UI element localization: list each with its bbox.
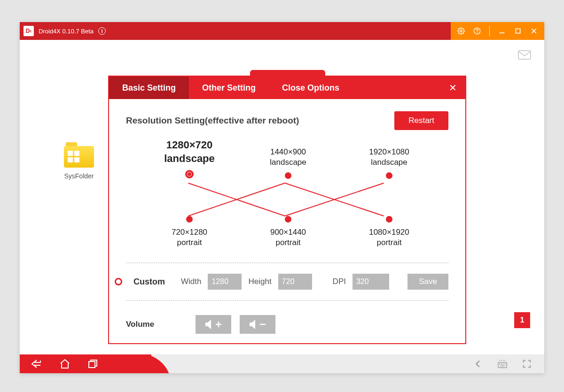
folder-icon bbox=[64, 142, 94, 168]
svg-rect-15 bbox=[89, 361, 95, 368]
resolution-node-icon bbox=[186, 216, 193, 223]
svg-point-18 bbox=[501, 364, 502, 364]
back-icon[interactable] bbox=[31, 358, 42, 369]
notification-badge[interactable]: 1 bbox=[514, 312, 530, 328]
mail-icon[interactable] bbox=[518, 50, 531, 60]
resolution-option-1080x1920[interactable]: 1080×1920portrait bbox=[359, 211, 420, 248]
dpi-label: DPI bbox=[333, 277, 346, 286]
svg-rect-7 bbox=[518, 51, 531, 59]
fullscreen-icon[interactable] bbox=[522, 359, 532, 369]
settings-gear-icon[interactable] bbox=[457, 27, 465, 35]
resolution-option-1280x720[interactable]: 1280×720landscape bbox=[159, 138, 220, 183]
info-icon[interactable]: i bbox=[98, 27, 106, 35]
help-icon[interactable] bbox=[473, 27, 481, 35]
dialog-header: Basic Setting Other Setting Close Option… bbox=[109, 77, 465, 99]
width-input[interactable] bbox=[208, 274, 242, 290]
svg-point-19 bbox=[503, 364, 503, 364]
resolution-option-900x1440[interactable]: 900×1440portrait bbox=[258, 211, 319, 248]
width-label: Width bbox=[181, 277, 201, 286]
resolution-node-icon bbox=[386, 216, 392, 223]
custom-resolution-row: Custom Width Height DPI Save bbox=[126, 271, 448, 292]
app-title: Droid4X 0.10.7 Beta bbox=[39, 28, 94, 35]
close-window-icon[interactable] bbox=[530, 27, 538, 35]
tab-basic-setting[interactable]: Basic Setting bbox=[109, 77, 189, 99]
custom-label: Custom bbox=[133, 277, 165, 287]
home-icon[interactable] bbox=[59, 358, 70, 369]
resolution-section-title: Resolution Setting(effective after reboo… bbox=[126, 115, 299, 126]
titlebar: D‹ Droid4X 0.10.7 Beta i bbox=[20, 22, 544, 40]
separator bbox=[126, 262, 448, 263]
volume-label: Volume bbox=[126, 320, 187, 329]
resolution-picker: 1280×720landscape 1440×900landscape 1920… bbox=[135, 138, 439, 255]
dpi-input[interactable] bbox=[352, 274, 389, 290]
dialog-close-icon[interactable]: ✕ bbox=[440, 77, 465, 99]
bottombar bbox=[20, 354, 544, 373]
chevron-left-icon[interactable] bbox=[473, 359, 483, 369]
resolution-node-icon bbox=[386, 172, 392, 179]
volume-row: Volume bbox=[126, 308, 448, 334]
svg-rect-4 bbox=[516, 29, 520, 33]
keyboard-icon[interactable] bbox=[497, 359, 508, 369]
volume-down-button[interactable] bbox=[240, 315, 275, 334]
minimize-icon[interactable] bbox=[498, 27, 506, 35]
resolution-option-1440x900[interactable]: 1440×900landscape bbox=[258, 147, 319, 184]
svg-point-0 bbox=[460, 30, 462, 32]
svg-rect-16 bbox=[498, 362, 507, 368]
desktop-folder[interactable]: SysFolder bbox=[64, 142, 94, 180]
svg-point-2 bbox=[477, 32, 478, 33]
content-area: SysFolder 1 Basic Setting Other Setting … bbox=[20, 40, 544, 354]
bottombar-nav bbox=[20, 354, 151, 373]
svg-point-17 bbox=[500, 364, 500, 364]
resolution-node-icon bbox=[285, 216, 291, 223]
titlebar-divider bbox=[489, 26, 490, 36]
folder-label: SysFolder bbox=[64, 172, 94, 180]
bottombar-right bbox=[473, 359, 544, 369]
titlebar-right-controls bbox=[451, 22, 544, 40]
restart-button[interactable]: Restart bbox=[394, 111, 448, 130]
svg-point-20 bbox=[505, 364, 505, 364]
maximize-icon[interactable] bbox=[514, 27, 522, 35]
volume-up-button[interactable] bbox=[196, 315, 231, 334]
app-logo-icon: D‹ bbox=[24, 26, 34, 36]
dialog-tab-handle bbox=[250, 70, 325, 77]
height-input[interactable] bbox=[278, 274, 312, 290]
separator bbox=[126, 300, 448, 301]
resolution-option-720x1280[interactable]: 720×1280portrait bbox=[159, 211, 220, 248]
tab-close-options[interactable]: Close Options bbox=[269, 77, 352, 99]
settings-dialog: Basic Setting Other Setting Close Option… bbox=[108, 76, 466, 344]
dialog-body: Resolution Setting(effective after reboo… bbox=[109, 99, 465, 343]
save-button[interactable]: Save bbox=[407, 274, 448, 290]
recent-apps-icon[interactable] bbox=[87, 358, 99, 369]
app-window: D‹ Droid4X 0.10.7 Beta i bbox=[20, 22, 544, 373]
resolution-node-icon bbox=[185, 170, 194, 178]
height-label: Height bbox=[248, 277, 271, 286]
resolution-node-icon bbox=[285, 172, 291, 179]
tab-other-setting[interactable]: Other Setting bbox=[189, 77, 269, 99]
custom-radio[interactable] bbox=[115, 278, 122, 285]
resolution-option-1920x1080[interactable]: 1920×1080landscape bbox=[359, 147, 420, 184]
